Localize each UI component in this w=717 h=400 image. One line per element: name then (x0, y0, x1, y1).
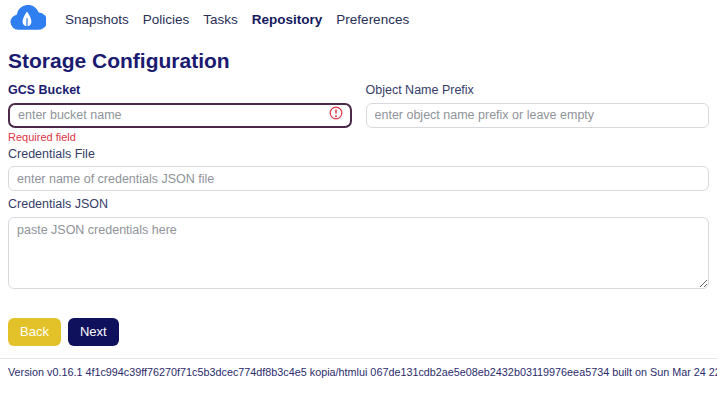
object-name-prefix-label: Object Name Prefix (366, 83, 710, 99)
wizard-buttons: Back Next (8, 318, 709, 346)
credentials-json-label: Credentials JSON (8, 197, 709, 213)
credentials-file-input[interactable] (8, 166, 709, 191)
nav-item-repository[interactable]: Repository (245, 8, 330, 31)
object-name-prefix-input[interactable] (366, 103, 710, 128)
form-row-bucket-prefix: GCS Bucket Required field Object Name Pr… (8, 81, 709, 145)
nav-item-preferences[interactable]: Preferences (329, 8, 416, 31)
nav-links: Snapshots Policies Tasks Repository Pref… (58, 8, 416, 31)
gcs-bucket-input-wrap (8, 103, 352, 128)
gcs-bucket-field: GCS Bucket Required field (8, 81, 352, 145)
required-field-error: Required field (8, 131, 352, 144)
credentials-json-textarea[interactable] (8, 217, 709, 289)
nav-item-policies[interactable]: Policies (136, 8, 197, 31)
back-button[interactable]: Back (8, 318, 61, 346)
credentials-file-label: Credentials File (8, 147, 709, 163)
invalid-exclamation-icon (329, 106, 343, 124)
kopia-brand-logo[interactable] (8, 5, 46, 33)
gcs-bucket-label: GCS Bucket (8, 83, 352, 99)
storage-configuration-page: Storage Configuration GCS Bucket Require… (0, 49, 717, 346)
gcs-bucket-input[interactable] (8, 103, 352, 128)
cloud-upload-logo-icon (8, 5, 46, 33)
credentials-json-field: Credentials JSON (8, 197, 709, 293)
page-title: Storage Configuration (8, 49, 709, 73)
version-footer: Version v0.16.1 4f1c994c39ff76270f71c5b3… (0, 359, 717, 385)
top-navbar: Snapshots Policies Tasks Repository Pref… (0, 0, 717, 37)
nav-item-tasks[interactable]: Tasks (196, 8, 245, 31)
next-button[interactable]: Next (68, 318, 119, 346)
nav-item-snapshots[interactable]: Snapshots (58, 8, 136, 31)
credentials-file-field: Credentials File (8, 147, 709, 192)
object-name-prefix-field: Object Name Prefix (366, 81, 710, 128)
